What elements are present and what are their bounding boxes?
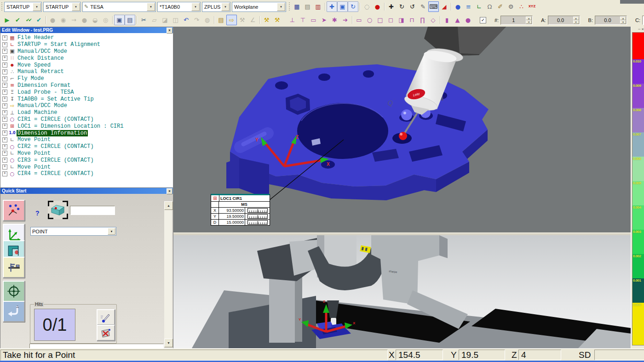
machine-viewport[interactable]: sharpe Z Y X <box>173 235 631 348</box>
tree-item[interactable]: + ∟ Move Point <box>0 150 173 157</box>
view-mode-dropdown[interactable]: Workplane ▼ <box>232 2 286 12</box>
paste-disabled-icon[interactable]: ◪ <box>160 15 170 25</box>
expand-toggle[interactable]: + <box>2 90 7 95</box>
scroll-down-button[interactable]: ▼ <box>164 339 173 347</box>
angle-b-stepper[interactable]: 0.0 ▲▼ <box>595 16 627 25</box>
expand-toggle[interactable]: + <box>2 164 7 170</box>
axes-utility-disabled-icon[interactable]: ∠ <box>247 15 258 25</box>
stepper-arrows[interactable]: ▲▼ <box>620 17 626 24</box>
quickstart-scrollbar[interactable]: ▲ ▼ <box>164 201 172 347</box>
confirm-cancel-icon[interactable]: ✔ <box>34 15 44 25</box>
camera-disabled-icon[interactable]: ◎ <box>100 15 111 25</box>
ball-disabled-icon[interactable]: ● <box>79 15 90 25</box>
probe-mode-1-icon[interactable]: ⊥ <box>287 15 298 25</box>
active-tip-dropdown[interactable]: *T1A0B0 ▼ <box>157 2 201 12</box>
help-icon[interactable]: ? <box>35 209 40 217</box>
toolbar-grip[interactable] <box>1 2 3 11</box>
close-icon[interactable]: x <box>167 188 172 194</box>
hit-arrow-disabled-icon[interactable]: ◉ <box>58 15 69 25</box>
delete-hit-button[interactable] <box>97 325 115 341</box>
probe-mode-4-icon[interactable]: ➤ <box>319 15 329 25</box>
quickstart-measure-button[interactable] <box>3 200 25 221</box>
rotate-2d-icon[interactable]: ↻ <box>397 1 407 12</box>
chevron-down-icon[interactable]: ▼ <box>573 20 579 24</box>
expand-toggle[interactable]: + <box>2 76 7 81</box>
startup-dropdown[interactable]: STARTUP ▼ <box>43 2 81 12</box>
feature-circle-icon[interactable]: ○ <box>364 15 375 25</box>
expand-toggle[interactable]: + <box>2 96 7 102</box>
edit-window-titlebar[interactable]: Edit Window - test.PRG x <box>0 27 173 33</box>
probe-toggle-icon[interactable]: ◢ <box>439 1 449 12</box>
close-icon[interactable]: x <box>167 28 172 34</box>
gear-icon[interactable]: ⚙ <box>506 1 516 12</box>
tree-item[interactable]: + ⊥ Load Machine <box>0 109 173 116</box>
quickstart-target-button[interactable] <box>3 281 25 302</box>
expand-toggle[interactable]: + <box>2 35 7 40</box>
quickstart-move-button[interactable] <box>3 301 25 322</box>
rotate-3d-icon[interactable]: ↺ <box>407 1 418 12</box>
goto-position-icon[interactable]: ⇨ <box>226 15 237 25</box>
expand-toggle[interactable]: + <box>2 137 7 142</box>
calibrate-tool-icon[interactable]: ⚒ <box>261 15 272 25</box>
blob-disabled-icon[interactable]: ◍ <box>202 15 213 25</box>
stepper-arrows[interactable]: ▲▼ <box>526 17 532 24</box>
probe-pen-icon[interactable]: ✎ <box>418 1 428 12</box>
pointer-disabled-icon[interactable]: ◒ <box>90 15 100 25</box>
expand-toggle[interactable]: + <box>2 69 7 74</box>
chevron-down-icon[interactable]: ▼ <box>277 3 285 11</box>
expand-toggle[interactable]: + <box>2 110 7 115</box>
expand-toggle[interactable]: + <box>2 49 7 54</box>
edit-window-graphics-icon[interactable]: ▤ <box>125 15 135 25</box>
confirm-icon[interactable]: ✔ <box>12 15 23 25</box>
tree-item[interactable]: + ∟ STARTUP = Start Alignment <box>0 41 173 48</box>
tree-item[interactable]: + ∷ Check Distance <box>0 55 173 62</box>
chevron-down-icon[interactable]: ▼ <box>108 228 115 235</box>
tree-item[interactable]: + ● Move Speed <box>0 62 173 68</box>
hit-disabled-icon[interactable]: ● <box>47 15 58 25</box>
feature-type-button[interactable] <box>48 201 68 219</box>
dimension-callout[interactable]: ⊞ LOC1 CIR1 MS X 93.50000 Y 19.50000 <box>211 194 270 226</box>
stepper-arrows[interactable]: ▲▼ <box>573 17 579 24</box>
chevron-down-icon[interactable]: ▼ <box>526 20 532 24</box>
angle-a-stepper[interactable]: 0.0 ▲▼ <box>548 16 580 25</box>
graphics-viewport[interactable]: Q ·· ON Y Z X Leitz <box>173 27 631 232</box>
tree-item[interactable]: + ▦ File Header <box>0 34 173 41</box>
probe-mode-3-icon[interactable]: ▭ <box>308 15 319 25</box>
pan-view-icon[interactable]: ✚ <box>327 1 337 12</box>
feature-type-dropdown[interactable]: POINT ▼ <box>30 227 116 236</box>
quickstart-gauge-button[interactable] <box>3 257 25 278</box>
record-hit-button[interactable] <box>97 309 115 325</box>
probe-mode-5-icon[interactable]: ✱ <box>329 15 340 25</box>
chevron-down-icon[interactable]: ▼ <box>221 3 230 11</box>
solid-cylinder-icon[interactable]: ▮ <box>442 15 452 25</box>
expand-toggle[interactable]: + <box>2 103 7 108</box>
tree-item[interactable]: + ∴ Manual Retract <box>0 68 173 75</box>
chevron-up-icon[interactable]: ▲ <box>573 17 579 20</box>
calibrate-probe-icon[interactable]: ⚒ <box>272 15 282 25</box>
chevron-down-icon[interactable]: ▼ <box>72 3 80 11</box>
quick-start-titlebar[interactable]: Quick Start x <box>0 188 173 194</box>
tree-item[interactable]: + ○ CIR2 = CIRCLE (CONTACT) <box>0 143 173 150</box>
alignment-dropdown[interactable]: STARTUP ▼ <box>4 2 42 12</box>
tree-item[interactable]: + ⊞ LOC1 = Dimension Location : CIR1 <box>0 123 173 130</box>
shaded-view-icon[interactable]: ▣ <box>337 1 348 12</box>
feature-notch-icon[interactable]: ◨ <box>396 15 407 25</box>
xyz-readout-icon[interactable]: XYZ <box>527 1 537 12</box>
tree-item[interactable]: + 1.0 Dimension Information <box>0 130 173 136</box>
tree-item[interactable]: + ↧ T1A0B0 = Set Active Tip <box>0 96 173 102</box>
feature-square-icon[interactable]: □ <box>375 15 385 25</box>
undo-icon[interactable]: ↶ <box>181 15 191 25</box>
report-window-icon[interactable]: ▤ <box>302 1 313 12</box>
tree-item[interactable]: + ▣ Manual/DCC Mode <box>0 48 173 55</box>
solid-ellipsoid-icon[interactable]: ● <box>463 15 473 25</box>
hits-count-stepper[interactable]: 1 ▲▼ <box>500 16 533 25</box>
scroll-up-button[interactable]: ▲ <box>164 201 173 210</box>
tree-item[interactable]: + Ξ Load Probe - TESA <box>0 89 173 96</box>
feature-name-input[interactable] <box>70 206 115 215</box>
surface-layers-icon[interactable]: ≡ <box>463 1 474 12</box>
tree-item[interactable]: + ○ CIR3 = CIRCLE (CONTACT) <box>0 157 173 164</box>
chevron-up-icon[interactable]: ▲ <box>620 17 626 20</box>
feature-diamond-icon[interactable]: ◇ <box>428 15 438 25</box>
report-template-icon[interactable]: ▥ <box>313 1 323 12</box>
auto-hits-checkbox[interactable]: ✓ <box>480 17 486 23</box>
